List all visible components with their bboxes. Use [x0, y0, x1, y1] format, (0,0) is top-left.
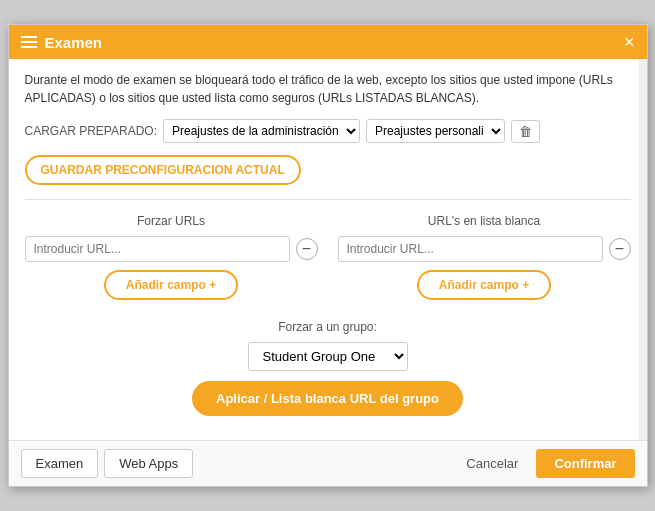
- divider: [25, 199, 631, 200]
- force-urls-title: Forzar URLs: [137, 214, 205, 228]
- dialog: Examen × Durante el modo de examen se bl…: [8, 24, 648, 487]
- presets-personal-select[interactable]: Preajustes personali: [366, 119, 505, 143]
- dialog-header: Examen ×: [9, 25, 647, 59]
- delete-preset-button[interactable]: 🗑: [511, 120, 540, 143]
- tab-webapps-button[interactable]: Web Apps: [104, 449, 193, 478]
- menu-icon: [21, 36, 37, 48]
- dialog-body-wrapper: Durante el modo de examen se bloqueará t…: [9, 59, 647, 440]
- description-text: Durante el modo de examen se bloqueará t…: [25, 71, 631, 107]
- whitelist-urls-column: URL's en lista blanca − Añadir campo +: [338, 214, 631, 300]
- load-label: CARGAR PREPARADO:: [25, 124, 157, 138]
- force-url-input-row: −: [25, 236, 318, 262]
- save-preconfig-button[interactable]: GUARDAR PRECONFIGURACION ACTUAL: [25, 155, 301, 185]
- load-row: CARGAR PREPARADO: Preajustes de la admin…: [25, 119, 631, 143]
- dialog-body: Durante el modo de examen se bloqueará t…: [9, 59, 647, 440]
- dialog-footer: Examen Web Apps Cancelar Confirmar: [9, 440, 647, 486]
- group-section: Forzar a un grupo: Student Group One Apl…: [25, 320, 631, 416]
- whitelist-urls-title: URL's en lista blanca: [428, 214, 540, 228]
- tab-examen-button[interactable]: Examen: [21, 449, 99, 478]
- whitelist-url-input[interactable]: [338, 236, 603, 262]
- group-select[interactable]: Student Group One: [248, 342, 408, 371]
- whitelist-url-input-row: −: [338, 236, 631, 262]
- force-url-add-button[interactable]: Añadir campo +: [104, 270, 238, 300]
- confirm-button[interactable]: Confirmar: [536, 449, 634, 478]
- force-urls-column: Forzar URLs − Añadir campo +: [25, 214, 318, 300]
- force-url-input[interactable]: [25, 236, 290, 262]
- scrollbar-track[interactable]: [639, 59, 647, 440]
- dialog-title: Examen: [45, 34, 103, 51]
- apply-group-button[interactable]: Aplicar / Lista blanca URL del grupo: [192, 381, 463, 416]
- whitelist-url-remove-button[interactable]: −: [609, 238, 631, 260]
- presets-admin-select[interactable]: Preajustes de la administración: [163, 119, 360, 143]
- force-url-remove-button[interactable]: −: [296, 238, 318, 260]
- whitelist-url-add-button[interactable]: Añadir campo +: [417, 270, 551, 300]
- cancel-button[interactable]: Cancelar: [454, 450, 530, 477]
- dialog-title-group: Examen: [21, 34, 103, 51]
- group-label: Forzar a un grupo:: [278, 320, 377, 334]
- url-columns: Forzar URLs − Añadir campo + URL's en li…: [25, 214, 631, 300]
- close-button[interactable]: ×: [624, 33, 635, 51]
